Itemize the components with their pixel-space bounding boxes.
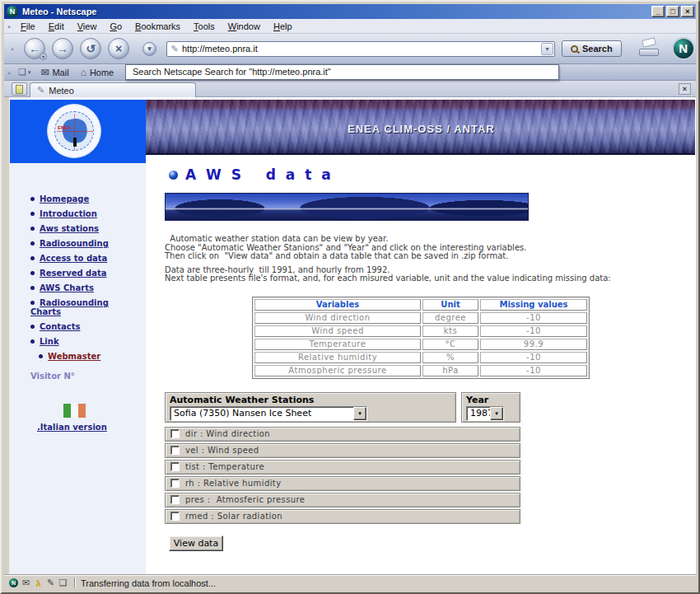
close-button[interactable]: × (681, 6, 694, 17)
menu-edit[interactable]: Edit (42, 20, 71, 33)
italian-version-link[interactable]: .Italian version (37, 423, 107, 432)
search-button[interactable]: Search (562, 40, 622, 57)
url-autocomplete-popup[interactable]: Search Netscape Search for "http://meteo… (125, 64, 559, 80)
back-button[interactable]: ← ▾ (24, 38, 45, 59)
checkbox-rmed[interactable] (170, 512, 180, 521)
sidebar-item-webmaster[interactable]: Webmaster (39, 352, 133, 361)
col-header-variables: Variables (254, 299, 421, 311)
checkbox-rh[interactable] (170, 479, 180, 488)
stop-icon: × (115, 42, 122, 55)
sidebar-link-label[interactable]: AWS Charts (40, 283, 94, 292)
menu-go[interactable]: Go (103, 20, 128, 33)
sidebar-link-label[interactable]: Link (40, 337, 59, 346)
station-selected-value: Sofia (7350) Nansen Ice Sheet (170, 408, 353, 419)
sidebar-item-introduction[interactable]: Introduction (30, 209, 133, 218)
cell-unit: hPa (422, 365, 478, 377)
cell-variable: Temperature (254, 339, 421, 350)
composer-component-icon[interactable]: ✎ (44, 578, 57, 588)
checkbox-vel[interactable] (170, 446, 180, 455)
url-history-dropdown-icon[interactable]: ▾ (541, 43, 553, 55)
menu-bookmarks[interactable]: Bookmarks (128, 20, 187, 33)
sidebar-link-label[interactable]: Contacts (40, 322, 81, 331)
bookmark-groups-button[interactable]: ❏ ▾ (14, 66, 35, 78)
sidebar-link-label[interactable]: Radiosounding Charts (30, 298, 109, 316)
menu-window[interactable]: Window (222, 20, 267, 33)
table-row: Temperature °C 99.9 (254, 339, 587, 350)
back-dropdown-icon[interactable]: ▾ (40, 53, 47, 60)
checkbox-tist[interactable] (170, 462, 180, 471)
forward-button[interactable]: → (52, 38, 73, 59)
stop-button[interactable]: × (108, 38, 129, 59)
instant-messenger-icon[interactable]: λ (32, 578, 44, 588)
minimize-button[interactable]: _ (651, 6, 665, 17)
url-input[interactable]: http://meteo.pnra.it (182, 44, 541, 54)
bullet-icon (30, 212, 35, 216)
checkbox-label: pres : Atmosferic pressure (185, 495, 305, 504)
dropdown-arrow-icon[interactable]: ▾ (490, 407, 503, 420)
table-row: Relative humidity % -10 (254, 352, 587, 363)
toolbar-grip-icon[interactable]: ▴ (4, 69, 14, 76)
printer-paper-icon (642, 37, 656, 48)
toolbar-grip-icon[interactable]: ▴ (7, 45, 17, 52)
station-select-cell: Automatic Weather Stations Sofia (7350) … (165, 392, 456, 423)
flag-red (78, 404, 86, 418)
mail-button[interactable]: ✉ Mail (35, 66, 74, 79)
logo-enea-text: ENEA (58, 125, 72, 130)
year-select[interactable]: 1987 ▾ (466, 406, 504, 421)
checkbox-pres[interactable] (170, 495, 180, 504)
sidebar-link-label[interactable]: Aws stations (40, 224, 99, 233)
sidebar-link-label[interactable]: Introduction (40, 209, 97, 218)
sidebar-link-label[interactable]: Reserved data (40, 269, 107, 278)
close-tabstrip-button[interactable]: × (679, 83, 691, 95)
sidebar-item-link[interactable]: Link (30, 337, 133, 346)
sidebar-item-contacts[interactable]: Contacts (30, 322, 133, 331)
year-selected-value: 1987 (467, 408, 490, 419)
maximize-button[interactable]: □ (666, 6, 679, 17)
station-select[interactable]: Sofia (7350) Nansen Ice Sheet ▾ (170, 406, 367, 421)
bullet-icon (30, 271, 35, 275)
antarctic-photo-banner (165, 193, 529, 221)
tab-meteo[interactable]: ✎ Meteo (30, 82, 196, 97)
sidebar-panel-button[interactable] (12, 82, 27, 96)
navigation-toolbar: ▴ ← ▾ → ↺ × ▾ ✎ http://meteo.pnra.it ▾ S… (4, 34, 696, 64)
toolbar-grip-icon[interactable]: ▴ (4, 23, 14, 30)
sidebar-item-homepage[interactable]: Homepage (30, 194, 133, 203)
checkbox-dir[interactable] (170, 429, 180, 438)
title-bar: N Meteo - Netscape _ □ × (4, 4, 696, 19)
sidebar-link-label[interactable]: Radiosounding (40, 239, 109, 248)
col-header-unit: Unit (422, 299, 478, 311)
sidebar-link-label[interactable]: Access to data (40, 254, 107, 263)
menu-view[interactable]: View (71, 20, 104, 33)
page-title: A W S d a t a (169, 166, 695, 183)
menu-tools[interactable]: Tools (187, 20, 222, 33)
go-dropdown-button[interactable]: ▾ (142, 42, 156, 56)
menu-file[interactable]: File (14, 20, 42, 33)
reload-button[interactable]: ↺ (80, 38, 101, 59)
netscape-logo[interactable]: N (672, 37, 695, 60)
addressbook-component-icon[interactable]: ❏ (57, 578, 69, 588)
data-note-paragraph: Data are three-hourly till 1991, and hou… (165, 266, 695, 283)
status-bar: N ✉ λ ✎ ❏ Transferring data from localho… (4, 575, 696, 590)
home-button[interactable]: ⌂ Home (75, 66, 120, 79)
mail-component-icon[interactable]: ✉ (20, 578, 32, 588)
bullet-icon (30, 339, 35, 344)
page-content: ENEA ENEA CLIM-OSS / ANTAR Homepage Intr… (4, 97, 696, 575)
navigator-component-icon[interactable]: N (7, 578, 20, 588)
view-data-button[interactable]: View data (169, 536, 223, 551)
print-button[interactable] (638, 41, 660, 56)
sidebar-item-radiosounding-charts[interactable]: Radiosounding Charts (30, 298, 133, 316)
sidebar-item-radiosounding[interactable]: Radiosounding (30, 239, 133, 248)
visitor-counter-label: Visitor N° (30, 372, 133, 381)
sidebar-item-reserved-data[interactable]: Reserved data (30, 269, 133, 278)
webmaster-link[interactable]: Webmaster (48, 352, 100, 361)
url-bar[interactable]: ✎ http://meteo.pnra.it ▾ (166, 41, 555, 57)
window-edge (4, 97, 10, 574)
menu-help[interactable]: Help (267, 20, 299, 33)
sidebar-item-aws-charts[interactable]: AWS Charts (30, 283, 133, 292)
header-banner: ENEA CLIM-OSS / ANTAR (146, 100, 695, 155)
sidebar-item-access-to-data[interactable]: Access to data (30, 254, 133, 263)
dropdown-arrow-icon[interactable]: ▾ (353, 407, 366, 420)
sidebar-item-aws-stations[interactable]: Aws stations (30, 224, 133, 233)
sidebar-link-label[interactable]: Homepage (40, 194, 89, 203)
sidebar: Homepage Introduction Aws stations Radio… (10, 163, 146, 574)
